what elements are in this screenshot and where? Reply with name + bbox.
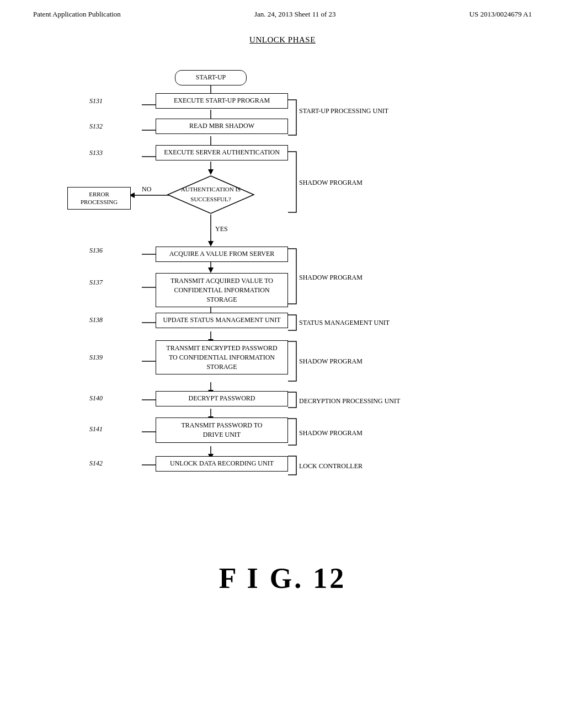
page-header: Patent Application Publication Jan. 24, … [0, 0, 565, 19]
box-s141: TRANSMIT PASSWORD TODRIVE UNIT [156, 417, 288, 443]
step-s131-label: S131 [89, 97, 103, 105]
box-s135: ERROR PROCESSING [67, 187, 131, 210]
box-s133: EXECUTE SERVER AUTHENTICATION [156, 145, 288, 160]
box-startup: START-UP [175, 70, 247, 85]
svg-text:STATUS MANAGEMENT UNIT: STATUS MANAGEMENT UNIT [299, 319, 390, 326]
step-s132-label: S132 [89, 122, 103, 131]
box-s139: TRANSMIT ENCRYPTED PASSWORDTO CONFIDENTI… [156, 340, 288, 374]
flowchart: YES NO START [67, 55, 498, 551]
figure-caption: F I G. 12 [0, 562, 565, 595]
box-s136: ACQUIRE A VALUE FROM SERVER [156, 247, 288, 262]
header-right: US 2013/0024679 A1 [470, 10, 532, 19]
svg-text:SHADOW PROGRAM: SHADOW PROGRAM [299, 179, 363, 186]
svg-text:SUCCESSFUL?: SUCCESSFUL? [190, 196, 231, 202]
box-s140: DECRYPT PASSWORD [156, 391, 288, 406]
diagram-title: UNLOCK PHASE [67, 35, 498, 45]
box-s138: UPDATE STATUS MANAGEMENT UNIT [156, 313, 288, 328]
svg-text:SHADOW PROGRAM: SHADOW PROGRAM [299, 274, 363, 281]
step-s142-label: S142 [89, 459, 103, 468]
svg-text:YES: YES [215, 225, 228, 233]
header-center: Jan. 24, 2013 Sheet 11 of 23 [254, 10, 336, 19]
svg-text:AUTHENTICATION IS: AUTHENTICATION IS [181, 186, 241, 192]
diamond-s134: AUTHENTICATION IS SUCCESSFUL? [167, 175, 255, 215]
box-s142: UNLOCK DATA RECORDING UNIT [156, 456, 288, 472]
step-s140-label: S140 [89, 394, 103, 403]
svg-marker-45 [168, 176, 254, 213]
svg-marker-15 [208, 267, 214, 273]
step-s137-label: S137 [89, 279, 103, 287]
svg-marker-7 [208, 169, 214, 175]
box-s137: TRANSMIT ACQUIRED VALUE TOCONFIDENTIAL I… [156, 273, 288, 307]
svg-text:DECRYPTION PROCESSING UNIT: DECRYPTION PROCESSING UNIT [299, 397, 401, 405]
diagram-area: UNLOCK PHASE YES NO [67, 35, 498, 551]
step-s133-label: S133 [89, 149, 103, 157]
box-s131: EXECUTE START-UP PROGRAM [156, 93, 288, 109]
svg-text:SHADOW PROGRAM: SHADOW PROGRAM [299, 429, 363, 437]
box-s132: READ MBR SHADOW [156, 119, 288, 134]
svg-text:SHADOW PROGRAM: SHADOW PROGRAM [299, 357, 363, 365]
svg-text:START-UP PROCESSING UNIT: START-UP PROCESSING UNIT [299, 107, 389, 115]
svg-marker-9 [208, 241, 214, 247]
svg-text:LOCK CONTROLLER: LOCK CONTROLLER [299, 462, 363, 470]
step-s138-label: S138 [89, 316, 103, 324]
step-s141-label: S141 [89, 425, 103, 433]
step-s139-label: S139 [89, 354, 103, 362]
header-left: Patent Application Publication [33, 10, 121, 19]
step-s136-label: S136 [89, 247, 103, 255]
svg-text:NO: NO [142, 185, 152, 193]
